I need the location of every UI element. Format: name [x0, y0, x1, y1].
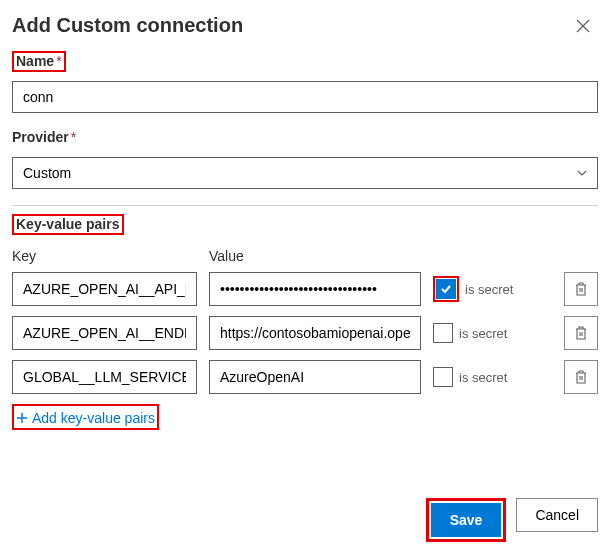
kv-secret-label: is secret — [459, 326, 507, 341]
kv-key-input[interactable] — [12, 360, 197, 394]
kv-key-header: Key — [12, 248, 197, 264]
trash-icon — [574, 281, 588, 297]
kv-row: is secret — [12, 316, 598, 350]
kv-delete-button[interactable] — [564, 360, 598, 394]
kv-row: is secret — [12, 360, 598, 394]
kv-secret-checkbox[interactable] — [436, 279, 456, 299]
trash-icon — [574, 325, 588, 341]
kv-delete-button[interactable] — [564, 316, 598, 350]
add-kv-label: Add key-value pairs — [32, 410, 155, 426]
required-asterisk: * — [71, 129, 76, 145]
kv-value-input[interactable] — [209, 316, 421, 350]
kv-secret-label: is secret — [459, 370, 507, 385]
kv-heading: Key-value pairs — [16, 216, 120, 232]
plus-icon — [16, 412, 28, 424]
name-label: Name — [16, 53, 54, 69]
provider-label: Provider — [12, 129, 69, 145]
kv-key-input[interactable] — [12, 272, 197, 306]
kv-secret-label: is secret — [465, 282, 513, 297]
close-button[interactable] — [568, 15, 598, 37]
required-asterisk: * — [56, 53, 61, 69]
add-kv-button[interactable]: Add key-value pairs — [16, 410, 155, 426]
provider-select[interactable] — [12, 157, 598, 189]
name-input[interactable] — [12, 81, 598, 113]
kv-secret-checkbox[interactable] — [433, 323, 453, 343]
save-button[interactable]: Save — [431, 503, 502, 537]
divider — [12, 205, 598, 206]
close-icon — [576, 19, 590, 33]
trash-icon — [574, 369, 588, 385]
kv-value-input[interactable] — [209, 360, 421, 394]
kv-row: is secret — [12, 272, 598, 306]
kv-value-input[interactable] — [209, 272, 421, 306]
kv-delete-button[interactable] — [564, 272, 598, 306]
dialog-title: Add Custom connection — [12, 14, 243, 37]
cancel-button[interactable]: Cancel — [516, 498, 598, 532]
kv-key-input[interactable] — [12, 316, 197, 350]
check-icon — [439, 282, 453, 296]
kv-secret-checkbox[interactable] — [433, 367, 453, 387]
kv-value-header: Value — [209, 248, 421, 264]
